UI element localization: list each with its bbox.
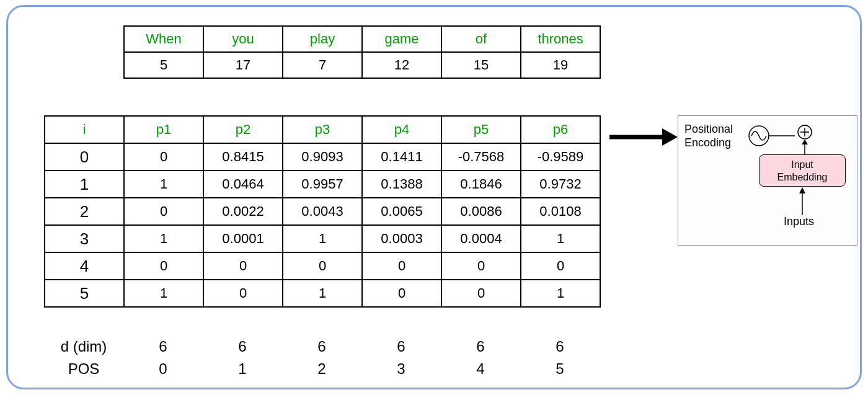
transformer-mini-diagram: Positional Encoding Input Embedding Inpu…: [678, 115, 857, 246]
cell: 0: [521, 252, 600, 280]
table-row: 2 0 0.0022 0.0043 0.0065 0.0086 0.0108: [45, 198, 600, 225]
arrow-down-icon: [800, 140, 810, 156]
pe-label-line1: Positional: [684, 123, 733, 135]
token-word: play: [283, 26, 362, 52]
cell: 0.0065: [362, 198, 441, 225]
token-id: 7: [283, 52, 362, 78]
cell: 0: [283, 252, 362, 280]
table-row: 1 1 0.0464 0.9957 0.1388 0.1846 0.9732: [45, 171, 600, 198]
dim-value: 6: [361, 335, 441, 358]
positional-encoding-table: i p1 p2 p3 p4 p5 p6 0 0 0.8415 0.9093 0.…: [44, 115, 601, 308]
input-embedding-box: Input Embedding: [759, 154, 846, 187]
cell: 0.0108: [521, 198, 600, 225]
cell: 1: [283, 225, 362, 252]
table-row: 0 0 0.8415 0.9093 0.1411 -0.7568 -0.9589: [45, 143, 600, 171]
column-header: p6: [521, 116, 600, 143]
cell: 0: [203, 252, 283, 280]
column-header: i: [45, 116, 124, 143]
cell: 0.0086: [441, 198, 521, 225]
cell: 0.1411: [362, 143, 441, 171]
cell: 0: [124, 198, 203, 225]
arrow-up-icon: [797, 187, 807, 215]
cell: 0: [441, 280, 521, 307]
cell: 0: [362, 252, 441, 280]
table-row: 4 0 0 0 0 0 0: [45, 252, 600, 280]
cell: 1: [521, 280, 600, 307]
svg-marker-10: [799, 187, 805, 193]
plus-circle-icon: [797, 125, 812, 140]
table-row: 3 1 0.0001 1 0.0003 0.0004 1: [45, 225, 600, 252]
token-word: of: [441, 26, 521, 52]
cell: 0: [362, 280, 441, 307]
token-table: When you play game of thrones 5 17 7 12 …: [123, 25, 601, 79]
pos-value: 3: [361, 358, 441, 380]
column-header: p5: [441, 116, 521, 143]
inputs-label: Inputs: [784, 215, 814, 228]
token-word: you: [203, 26, 283, 52]
token-id: 15: [441, 52, 521, 78]
pos-label: POS: [44, 358, 123, 380]
column-header: p1: [124, 116, 203, 143]
cell: 0.1388: [362, 171, 441, 198]
row-index: 4: [45, 252, 124, 280]
table-row: POS 0 1 2 3 4 5: [44, 358, 600, 380]
row-index: 0: [45, 143, 124, 171]
column-header: p2: [203, 116, 283, 143]
row-index: 5: [45, 280, 124, 307]
cell: 1: [124, 280, 203, 307]
row-index: 2: [45, 198, 124, 225]
cell: 0.0004: [441, 225, 521, 252]
table-row: When you play game of thrones: [124, 26, 600, 52]
cell: 0.9957: [283, 171, 362, 198]
embed-line1: Input: [791, 159, 813, 170]
dim-value: 6: [123, 335, 203, 358]
pos-value: 2: [282, 358, 361, 380]
cell: 0.0043: [283, 198, 362, 225]
cell: 1: [124, 171, 203, 198]
pos-value: 5: [520, 358, 600, 380]
token-id: 12: [362, 52, 441, 78]
pe-label-line2: Encoding: [684, 136, 731, 149]
arrow-icon: [609, 125, 678, 149]
row-index: 1: [45, 171, 124, 198]
pos-value: 1: [203, 358, 282, 380]
token-id: 5: [124, 52, 203, 78]
pos-value: 4: [441, 358, 520, 380]
svg-marker-1: [662, 128, 678, 146]
cell: 0.0001: [203, 225, 283, 252]
token-id: 17: [203, 52, 283, 78]
token-word: thrones: [521, 26, 600, 52]
row-index: 3: [45, 225, 124, 252]
table-row: 5 1 0 1 0 0 1: [45, 280, 600, 307]
cell: 0: [203, 280, 283, 307]
column-header: p3: [283, 116, 362, 143]
embed-line2: Embedding: [777, 172, 828, 182]
dim-value: 6: [441, 335, 520, 358]
cell: 0.8415: [203, 143, 283, 171]
cell: 0: [124, 143, 203, 171]
dim-label: d (dim): [44, 335, 123, 358]
cell: 1: [521, 225, 600, 252]
cell: 0.0022: [203, 198, 283, 225]
cell: 1: [124, 225, 203, 252]
token-id: 19: [521, 52, 600, 78]
cell: 0: [441, 252, 521, 280]
dim-value: 6: [203, 335, 282, 358]
sine-wave-icon: [746, 123, 796, 148]
dim-value: 6: [520, 335, 600, 358]
footer-rows: d (dim) 6 6 6 6 6 6 POS 0 1 2 3 4 5: [44, 335, 600, 380]
token-word: game: [362, 26, 441, 52]
dim-value: 6: [282, 335, 361, 358]
cell: -0.7568: [441, 143, 521, 171]
table-row: d (dim) 6 6 6 6 6 6: [44, 335, 600, 358]
cell: 0: [124, 252, 203, 280]
svg-marker-8: [802, 140, 808, 144]
positional-encoding-label: Positional Encoding: [684, 122, 733, 149]
table-row: 5 17 7 12 15 19: [124, 52, 600, 78]
cell: -0.9589: [521, 143, 600, 171]
cell: 0.0464: [203, 171, 283, 198]
cell: 0.1846: [441, 171, 521, 198]
column-header: p4: [362, 116, 441, 143]
cell: 0.9732: [521, 171, 600, 198]
cell: 0.0003: [362, 225, 441, 252]
